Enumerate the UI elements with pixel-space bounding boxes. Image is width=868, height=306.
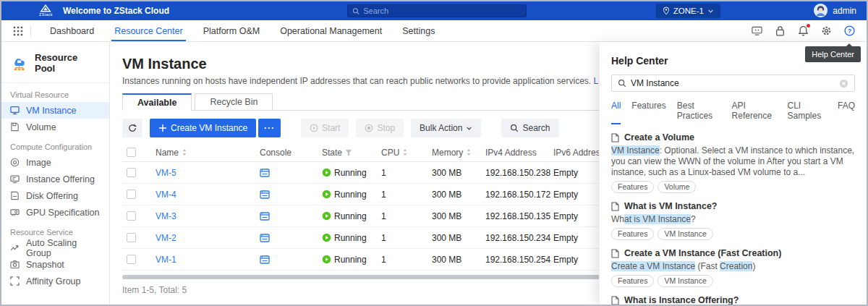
sidebar-item-auto-scaling-group[interactable]: Auto Scaling Group: [1, 239, 109, 256]
nav-item-operational-management[interactable]: Operational Management: [270, 20, 392, 41]
global-search[interactable]: [347, 4, 527, 17]
column-label: Memory: [432, 148, 463, 158]
snippet-text: (Fast: [695, 261, 720, 271]
app-launcher-icon[interactable]: [13, 26, 23, 36]
nav-item-dashboard[interactable]: Dashboard: [40, 20, 104, 41]
navbar-actions: ?: [752, 25, 867, 36]
console-icon[interactable]: [260, 233, 270, 243]
memory-value: 300 MB: [432, 190, 461, 200]
select-all-checkbox-cell: [122, 148, 156, 157]
column-header-name[interactable]: Name: [156, 148, 260, 158]
column-header-console[interactable]: Console: [260, 148, 322, 158]
help-tab-all[interactable]: All: [611, 101, 621, 124]
memory-value: 300 MB: [432, 233, 461, 243]
column-header-cpu[interactable]: CPU: [381, 148, 432, 158]
document-icon: [611, 133, 619, 143]
plus-icon: [158, 124, 167, 132]
console-icon[interactable]: [260, 168, 270, 178]
help-result-title[interactable]: What is Instance Offering?: [611, 295, 855, 305]
result-tag[interactable]: Features: [611, 275, 654, 287]
user-menu[interactable]: admin: [814, 4, 856, 17]
help-tab-faq[interactable]: FAQ: [838, 101, 855, 124]
table-search-button[interactable]: Search: [501, 119, 558, 137]
tab-recycle-bin[interactable]: Recycle Bin: [195, 93, 273, 111]
start-button[interactable]: Start: [301, 119, 349, 137]
sidebar-section-label: Virtual Resource: [1, 83, 109, 102]
console-icon[interactable]: [260, 190, 270, 200]
state-label: Running: [334, 233, 367, 243]
horizontal-scrollbar[interactable]: [122, 275, 600, 279]
console-icon[interactable]: [260, 211, 270, 221]
sidebar-item-label: Instance Offering: [26, 174, 95, 184]
notification-bell-icon[interactable]: [798, 25, 809, 36]
zone-selector[interactable]: ZONE-1: [656, 4, 720, 18]
vm-name-link[interactable]: VM-5: [156, 168, 176, 178]
column-header-ipv4-address[interactable]: IPv4 Address: [485, 148, 553, 158]
lock-icon[interactable]: [775, 25, 786, 36]
row-checkbox[interactable]: [127, 168, 136, 177]
clear-search-icon[interactable]: [839, 79, 848, 88]
ipv4-cell: 192.168.150.254: [485, 255, 553, 265]
resource-pool-header[interactable]: Resource Pool: [1, 42, 109, 83]
create-vm-button[interactable]: Create VM Instance: [150, 119, 256, 137]
nav-item-resource-center[interactable]: Resource Center: [104, 20, 193, 41]
result-tag[interactable]: Features: [611, 181, 654, 193]
help-search[interactable]: [611, 75, 855, 92]
help-circle-icon[interactable]: ?: [844, 25, 855, 36]
help-tab-best-practices[interactable]: Best Practices: [677, 101, 721, 124]
sort-icon[interactable]: [182, 148, 187, 156]
sidebar-item-volume[interactable]: Volume: [1, 119, 109, 135]
more-actions-button[interactable]: ···: [258, 119, 281, 137]
sidebar-item-gpu-specification[interactable]: GPU Specification: [1, 204, 109, 221]
nav-item-platform-o-m[interactable]: Platform O&M: [193, 20, 271, 41]
memory-value: 300 MB: [432, 255, 461, 265]
sidebar-item-affinity-group[interactable]: Affinity Group: [1, 273, 109, 289]
help-tab-api-reference[interactable]: API Reference: [732, 101, 777, 124]
vm-name-link[interactable]: VM-4: [156, 190, 176, 200]
bulk-action-button[interactable]: Bulk Action: [411, 119, 481, 137]
tab-available[interactable]: Available: [122, 93, 192, 111]
sort-icon[interactable]: [466, 148, 472, 156]
stop-button[interactable]: Stop: [356, 119, 404, 137]
instance-offering-icon: [10, 174, 20, 184]
vm-name-link[interactable]: VM-1: [156, 255, 176, 265]
console-window-icon[interactable]: [752, 25, 762, 36]
select-all-checkbox[interactable]: [127, 148, 136, 157]
result-tag[interactable]: VM Instance: [658, 228, 712, 240]
vm-name-link[interactable]: VM-2: [156, 233, 176, 243]
help-result-title[interactable]: What is VM Instance?: [611, 201, 855, 211]
column-header-memory[interactable]: Memory: [432, 148, 485, 158]
help-tab-features[interactable]: Features: [631, 101, 665, 124]
sidebar-item-vm-instance[interactable]: VM Instance: [1, 102, 109, 119]
row-checkbox[interactable]: [127, 255, 136, 264]
sidebar-item-instance-offering[interactable]: Instance Offering: [1, 171, 109, 187]
result-tag[interactable]: Features: [611, 228, 654, 240]
help-result-title[interactable]: Create a Volume: [611, 132, 855, 143]
welcome-text: Welcome to ZStack Cloud: [63, 6, 169, 16]
state-label: Running: [334, 255, 367, 265]
sidebar-item-snapshot[interactable]: Snapshot: [1, 256, 109, 273]
console-icon[interactable]: [260, 255, 270, 265]
column-header-state[interactable]: State: [322, 148, 381, 158]
settings-gear-icon[interactable]: [821, 25, 832, 36]
result-tag[interactable]: VM Instance: [658, 275, 712, 287]
nav-item-settings[interactable]: Settings: [392, 20, 445, 41]
column-label: CPU: [381, 148, 399, 158]
row-checkbox-cell: [122, 233, 156, 242]
sidebar-item-label: Volume: [26, 122, 56, 132]
help-result-title[interactable]: Create a VM Instance (Fast Creation): [611, 248, 855, 258]
sidebar-item-image[interactable]: Image: [1, 154, 109, 171]
row-checkbox[interactable]: [127, 190, 136, 199]
help-tab-cli-samples[interactable]: CLI Samples: [787, 101, 827, 124]
refresh-button[interactable]: [122, 119, 142, 137]
sidebar-item-disk-offering[interactable]: Disk Offering: [1, 187, 109, 204]
help-result-tags: FeaturesVolume: [611, 181, 855, 193]
global-search-input[interactable]: [363, 7, 522, 15]
row-checkbox[interactable]: [127, 211, 136, 221]
row-checkbox[interactable]: [127, 233, 136, 242]
result-tag[interactable]: Volume: [658, 181, 696, 193]
vm-name-link[interactable]: VM-3: [156, 211, 176, 221]
sort-icon[interactable]: [402, 148, 408, 156]
help-search-input[interactable]: [631, 78, 835, 88]
filter-icon[interactable]: [345, 149, 352, 156]
